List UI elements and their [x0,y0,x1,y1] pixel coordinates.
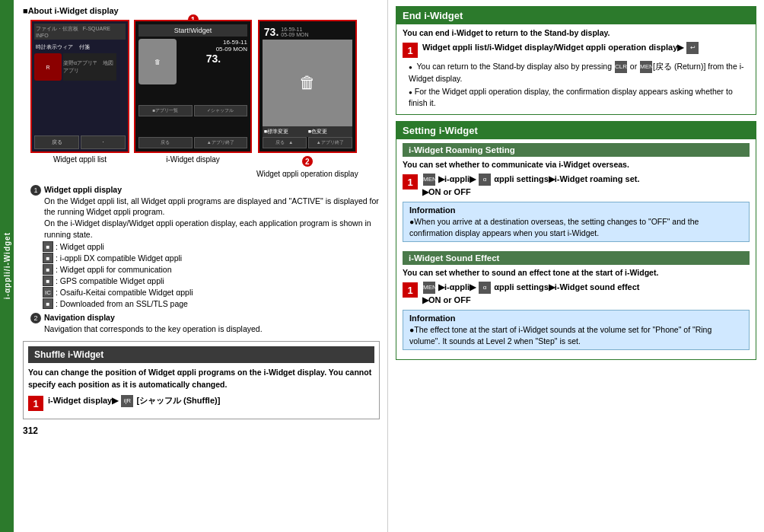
annotation-section: 1 Widget αppli display On the Widget αpp… [30,184,380,335]
icon-row-4: ■: GPS compatible Widget αppli [43,276,380,286]
icon-r: R [34,53,62,81]
time-sm: 16-59-1105-09 MON [281,27,308,37]
info2-text: ●The effect tone at the start of i-Widge… [409,324,743,346]
sound-step-row: 1 MENU ▶i-αppli▶ α αppli settings▶i-Widg… [403,281,750,307]
end-step-row: 1 Widget αppli list/i-Widget display/Wid… [403,41,750,58]
shuffle-section: Shuffle i-Widget You can change the posi… [23,341,380,420]
end-step-content: Widget αppli list/i-Widget display/Widge… [422,41,699,54]
shuffle-step-row: 1 i-Widget display▶ i|R [シャッフル (Shuffle)… [28,394,374,411]
end-bullet-1: You can return to the Stand-by display a… [409,61,750,84]
sound-menu-icon: MENU [423,282,435,294]
btn-s2: ・ [81,135,126,149]
icon-text: 楽野αアプリ〒 地図アプリ [63,53,116,81]
sound-step-text: ▶i-αppli▶ [438,282,476,291]
widget-label-1: Widget αppli list [53,155,107,164]
btn-s1: 戻る [34,135,79,149]
left-panel: i-αppli/i-Widget About i-Widget display … [0,0,388,532]
screen1-icons: R 楽野αアプリ〒 地図アプリ [34,53,126,81]
icon-ssl: ■ [43,298,53,309]
anno-1-text: Widget αppli display On the Widget αppli… [44,184,380,240]
i-widget-display-screen: Start!Widget 🗑 16-59-1105-09 MON 73. ■アプ… [134,20,252,153]
sound-sub-header: i-Widget Sound Effect [403,251,750,265]
screen2-right: 16-59-1105-09 MON 73. [180,39,247,84]
setting-header: Setting i-Widget [396,122,756,139]
bubble-2: 2 [301,155,314,167]
shuffle-shuffle-text: [シャッフル (Shuffle)] [136,396,220,405]
roaming-desc-text: You can set whether to communicate via i… [403,160,629,169]
roaming-step-row: 1 MENU ▶i-αppli▶ α αppli settings▶i-Widg… [403,173,750,199]
end-bullet-2: For the Widget αppli operation display, … [409,86,750,108]
icon-label-3: : Widget αppli for communication [56,265,172,274]
end-step-num: 1 [403,43,418,58]
roaming-section: i-Widget Roaming Setting You can set whe… [396,143,756,251]
icon-ic: IC [43,287,53,298]
end-step-text: Widget αppli list/i-Widget display/Widge… [422,43,683,52]
widget-operation-screen: 73. 16-59-1105-09 MON 🗑 ■標準変更 ■色変更 [258,20,357,153]
end-section: End i-Widget You can end i-Widget to ret… [396,6,756,115]
icon-label-1: : Widget αppli [56,242,104,251]
anno-2-body: Navigation that corresponds to the key o… [44,324,263,333]
sound-step-content: MENU ▶i-αppli▶ α αppli settings▶i-Widget… [422,281,640,307]
number-display: 73. [180,53,247,65]
widget-images: ファイル・伝言板 F-SQUARE INFO 時計表示ウィア 付箋 R 楽野αア… [30,20,380,178]
info-box-2: Information ●The effect tone at the star… [403,310,750,350]
screen-2: Start!Widget 🗑 16-59-1105-09 MON 73. ■アプ… [135,21,250,151]
sound-section: i-Widget Sound Effect You can set whethe… [396,251,756,359]
end-menu-icon: ↩ [686,42,699,54]
screen1-bottom: 戻る ・ [34,135,126,149]
anno-1-title: Widget αppli display [44,185,122,194]
sound-desc-text: You can set whether to sound an effect t… [403,268,658,277]
about-title: About i-Widget display [23,6,380,15]
shuffle-header: Shuffle i-Widget [28,346,374,363]
roaming-desc: You can set whether to communicate via i… [403,160,750,169]
sound-appli-settings: αppli settings▶i-Widget sound effect [494,282,639,291]
shuffle-step-num: 1 [28,396,43,411]
roaming-sub-header: i-Widget Roaming Setting [403,143,750,157]
icon-row-5: IC: Osaifu-Keitai compatible Widget αppl… [43,287,380,298]
setting-label: ■標準変更 [264,128,307,135]
widget-box-3-container: 73. 16-59-1105-09 MON 🗑 ■標準変更 ■色変更 [256,20,358,178]
icon-label-6: : Downloaded from an SSL/TLS page [56,299,188,308]
screen2-bottom2: 戻る ▲アプリ終了 [138,137,247,148]
side-tab: i-αppli/i-Widget [0,0,14,532]
circle-1: 1 [30,185,41,196]
screen3-settings: ■標準変更 ■色変更 [263,126,352,137]
setting-section: Setting i-Widget i-Widget Roaming Settin… [396,121,756,360]
icon-dx: ■ [43,253,53,263]
icon-row-3: ■: Widget αppli for communication [43,264,380,275]
btn-appli-list: ■アプリ一覧 [138,105,193,116]
anno-2-text: Navigation display Navigation that corre… [44,312,263,334]
widget-label-3: Widget αppli operation display [256,170,358,178]
icon-row-6: ■: Downloaded from an SSL/TLS page [43,298,380,309]
roaming-on-off: ▶ON or OFF [422,187,471,196]
icon-label-5: : Osaifu-Keitai compatible Widget αppli [56,288,193,297]
sound-on-off: ▶ON or OFF [422,295,471,304]
btn3-end: ▲アプリ終了 [308,137,352,148]
btn-appli-end: ▲アプリ終了 [194,137,248,148]
screen2-middle: 🗑 16-59-1105-09 MON 73. [138,39,247,84]
sound-step-num: 1 [403,282,418,298]
icon-comm: ■ [43,264,53,275]
clr-icon: CLR [615,61,627,73]
anno-1-body: On the Widget αppli list, all Widget αpp… [44,196,379,239]
menu-icon-btn: MENU [640,61,652,73]
info1-header: Information [409,205,743,215]
color-label: ■色変更 [308,128,351,135]
roaming-menu-icon: MENU [423,174,435,186]
anno-2: 2 Navigation display Navigation that cor… [30,312,380,334]
icon-row-2: ■: i-αppli DX compatible Widget αppli [43,253,380,263]
btn-modoru: 戻る [138,137,193,148]
shuffle-step-text: i-Widget display▶ [48,396,118,405]
icon-row-1: ■: Widget αppli [43,241,380,252]
end-content: You can end i-Widget to return to the St… [396,28,756,114]
shuffle-menu-icon: i|R [121,395,133,407]
btn-shuffle: ✓シャッフル [194,105,248,116]
end-header: End i-Widget [396,7,756,24]
widget-images-wrapper: ファイル・伝言板 F-SQUARE INFO 時計表示ウィア 付箋 R 楽野αア… [23,20,380,178]
widget-label-2: i-Widget display [166,155,220,164]
btn3-back: 戻る ▲ [263,137,307,148]
end-desc-text: You can end i-Widget to return to the St… [403,28,610,37]
side-tab-label: i-αppli/i-Widget [3,232,11,299]
roaming-step-content: MENU ▶i-αppli▶ α αppli settings▶i-Widget… [422,173,640,199]
screen1-row1: 時計表示ウィア 付箋 [34,43,126,52]
